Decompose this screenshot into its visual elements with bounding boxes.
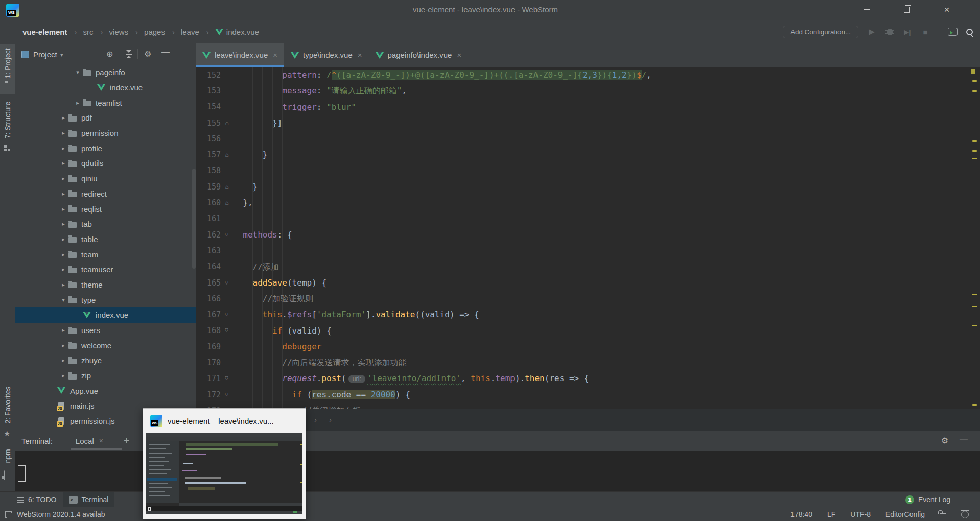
new-terminal-icon[interactable]: + (124, 435, 129, 446)
line-number[interactable]: 163 (196, 246, 221, 255)
line-number[interactable]: 172 (196, 390, 221, 399)
inspection-status-icon[interactable] (971, 69, 975, 74)
hector-inspections-icon[interactable] (961, 511, 969, 518)
code-text[interactable]: if (valid) { (233, 323, 332, 339)
line-number[interactable]: 169 (196, 342, 221, 351)
terminal-toolwindow-button[interactable]: >_Terminal (63, 492, 115, 507)
editor-tab[interactable]: type\index.vue× (284, 43, 369, 67)
status-message[interactable]: WebStorm 2020.1.4 availab (17, 510, 105, 518)
tree-arrow-icon[interactable] (58, 191, 68, 197)
code-line[interactable]: 156 (196, 131, 980, 147)
code-text[interactable]: } (233, 147, 267, 162)
code-line[interactable]: 155 }] (196, 115, 980, 131)
fold-icon[interactable] (221, 183, 233, 191)
chevron-down-icon[interactable]: ▾ (60, 51, 63, 58)
taskbar-preview-popup[interactable]: vue-element – leave\index.vu... (143, 408, 306, 519)
tree-arrow-icon[interactable] (73, 69, 83, 76)
line-number[interactable]: 156 (196, 134, 221, 144)
tree-arrow-icon[interactable] (58, 281, 68, 288)
code-text[interactable]: if (res.code == 20000) { (233, 387, 410, 402)
tree-arrow-icon[interactable] (58, 130, 68, 136)
fold-icon[interactable] (221, 120, 233, 127)
tree-arrow-icon[interactable] (58, 145, 68, 152)
tree-arrow-icon[interactable] (73, 100, 83, 106)
menu-item[interactable] (103, 9, 114, 13)
tree-row[interactable]: App.vue (15, 383, 196, 398)
close-button[interactable]: × (939, 3, 954, 16)
warning-stripe-mark[interactable] (972, 404, 977, 406)
code-line[interactable]: 159 } (196, 179, 980, 195)
webstorm-logo-icon[interactable] (6, 4, 19, 17)
breadcrumb-item[interactable]: leave (179, 27, 211, 37)
code-line[interactable]: 160 }, (196, 195, 980, 210)
breadcrumb-item[interactable]: pages (142, 27, 177, 37)
add-configuration-button[interactable]: Add Configuration... (783, 26, 858, 38)
warning-stripe-mark[interactable] (972, 325, 977, 326)
lock-icon[interactable] (940, 513, 946, 518)
close-icon[interactable]: × (273, 51, 277, 59)
editorconfig-indicator[interactable]: EditorConfig (885, 510, 925, 518)
code-line[interactable]: 154 trigger: "blur" (196, 99, 980, 115)
editor-breadcrumb-item[interactable] (335, 419, 341, 421)
gear-icon[interactable]: ⚙ (144, 50, 151, 58)
line-separator[interactable]: LF (827, 510, 835, 518)
code-text[interactable]: pattern: /^([a-zA-Z0-9_-])+@([a-zA-Z0-9_… (233, 67, 651, 83)
line-number[interactable]: 166 (196, 294, 221, 303)
code-line[interactable]: 162 methods: { (196, 227, 980, 243)
collapse-all-icon[interactable] (125, 51, 132, 58)
fold-icon[interactable] (221, 151, 233, 158)
line-number[interactable]: 158 (196, 166, 221, 175)
fold-icon[interactable] (221, 231, 233, 239)
line-number[interactable]: 171 (196, 374, 221, 383)
code-line[interactable]: 152 pattern: /^([a-zA-Z0-9_-])+@([a-zA-Z… (196, 67, 980, 83)
code-line[interactable]: 170 //向后端发送请求，实现添加功能 (196, 354, 980, 370)
tree-row[interactable]: type (15, 292, 196, 307)
line-number[interactable]: 152 (196, 70, 221, 80)
tree-row[interactable]: redirect (15, 186, 196, 202)
hide-panel-icon[interactable]: — (960, 434, 968, 443)
tree-row[interactable]: permission (15, 126, 196, 141)
warning-stripe-mark[interactable] (972, 90, 977, 92)
code-text[interactable]: debugger (233, 339, 321, 354)
tree-row[interactable]: users (15, 323, 196, 338)
fold-icon[interactable] (221, 391, 233, 398)
line-number[interactable]: 161 (196, 214, 221, 223)
tree-row[interactable]: reqlist (15, 201, 196, 217)
tree-row[interactable]: theme (15, 277, 196, 293)
tree-arrow-icon[interactable] (58, 206, 68, 212)
line-number[interactable]: 168 (196, 326, 221, 335)
tree-row[interactable]: team (15, 247, 196, 262)
code-text[interactable]: //添加 (233, 259, 279, 275)
terminal-tab-local[interactable]: Local (76, 437, 94, 445)
code-text[interactable]: request.post(url:'leaveinfo/addInfo', th… (233, 370, 589, 387)
code-text[interactable]: methods: { (233, 227, 292, 243)
line-number[interactable]: 155 (196, 119, 221, 128)
code-text[interactable]: }] (233, 115, 282, 131)
editor-breadcrumb-item[interactable] (320, 414, 335, 425)
menu-item[interactable] (81, 9, 92, 13)
menu-item[interactable] (58, 9, 69, 13)
close-icon[interactable]: × (99, 437, 103, 445)
run-icon[interactable]: ▶ (867, 27, 876, 36)
menu-item[interactable] (126, 9, 137, 13)
code-line[interactable]: 161 (196, 211, 980, 227)
tree-arrow-icon[interactable] (58, 160, 68, 167)
tree-arrow-icon[interactable] (58, 221, 68, 227)
tree-row[interactable]: zip (15, 368, 196, 384)
tree-row[interactable]: profile (15, 140, 196, 156)
code-line[interactable]: 164 //添加 (196, 259, 980, 275)
code-line[interactable]: 172 if (res.code == 20000) { (196, 387, 980, 402)
tree-arrow-icon[interactable] (58, 327, 68, 334)
warning-stripe-mark[interactable] (972, 80, 977, 82)
menu-item[interactable] (137, 9, 148, 13)
fold-icon[interactable] (221, 327, 233, 334)
line-number[interactable]: 165 (196, 278, 221, 288)
code-line[interactable]: 169 debugger (196, 339, 980, 354)
code-line[interactable]: 163 (196, 243, 980, 258)
code-line[interactable]: 167 this.$refs['dataForm'].validate((val… (196, 306, 980, 322)
tree-row[interactable]: welcome (15, 338, 196, 353)
minimize-button[interactable] (859, 3, 875, 16)
stop-icon[interactable]: ■ (921, 27, 930, 36)
tree-row[interactable]: qdutils (15, 156, 196, 171)
debug-icon[interactable] (885, 27, 894, 36)
